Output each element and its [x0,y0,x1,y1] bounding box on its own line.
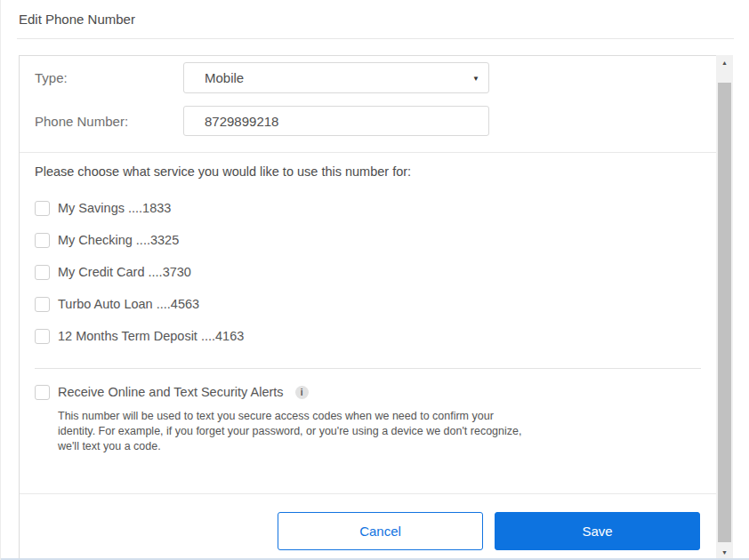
security-alerts-description: This number will be used to text you sec… [58,409,522,454]
service-option-credit-card[interactable]: My Credit Card ....3730 [20,264,716,280]
service-option-auto-loan[interactable]: Turbo Auto Loan ....4563 [20,296,716,312]
service-option-checking[interactable]: My Checking ....3325 [20,232,716,248]
checkbox-credit-card[interactable] [35,265,50,280]
checkbox-term-deposit[interactable] [35,329,50,344]
security-alerts-label[interactable]: Receive Online and Text Security Alerts [58,385,284,399]
service-option-label[interactable]: My Savings ....1833 [58,201,171,215]
checkbox-checking[interactable] [35,233,50,248]
vertical-scrollbar[interactable]: ▲ ▼ [716,55,733,560]
scrollbar-thumb[interactable] [718,83,731,542]
section-divider [20,152,716,153]
type-label: Type: [35,70,183,85]
checkbox-auto-loan[interactable] [35,297,50,312]
type-select-value: Mobile [205,70,244,85]
info-icon[interactable]: i [295,386,309,399]
service-option-term-deposit[interactable]: 12 Months Term Deposit ....4163 [20,328,716,344]
phone-row: Phone Number: [20,106,716,136]
chevron-down-icon: ▼ [472,74,479,82]
service-option-savings[interactable]: My Savings ....1833 [20,200,716,216]
phone-label: Phone Number: [35,114,183,129]
header-divider [17,38,734,39]
type-row: Type: Mobile ▼ [20,62,716,93]
service-option-label[interactable]: 12 Months Term Deposit ....4163 [58,329,244,343]
form-panel: Type: Mobile ▼ Phone Number: Please choo… [19,55,717,560]
scroll-up-icon[interactable]: ▲ [716,55,733,70]
save-button[interactable]: Save [495,512,700,550]
security-alerts-option[interactable]: Receive Online and Text Security Alerts … [20,384,716,400]
service-option-label[interactable]: Turbo Auto Loan ....4563 [58,297,199,311]
phone-input[interactable] [183,106,489,136]
footer: Cancel Save [20,494,716,550]
services-prompt: Please choose what service you would lik… [35,164,716,180]
alerts-divider [35,368,701,369]
service-option-label[interactable]: My Checking ....3325 [58,233,179,247]
checkbox-savings[interactable] [35,201,50,216]
type-select[interactable]: Mobile ▼ [183,62,489,93]
cancel-button[interactable]: Cancel [278,512,483,550]
service-option-label[interactable]: My Credit Card ....3730 [58,265,191,279]
edit-phone-number-dialog: Edit Phone Number Type: Mobile ▼ Phone N… [0,0,749,560]
page-title: Edit Phone Number [19,12,135,27]
checkbox-security-alerts[interactable] [35,385,50,400]
